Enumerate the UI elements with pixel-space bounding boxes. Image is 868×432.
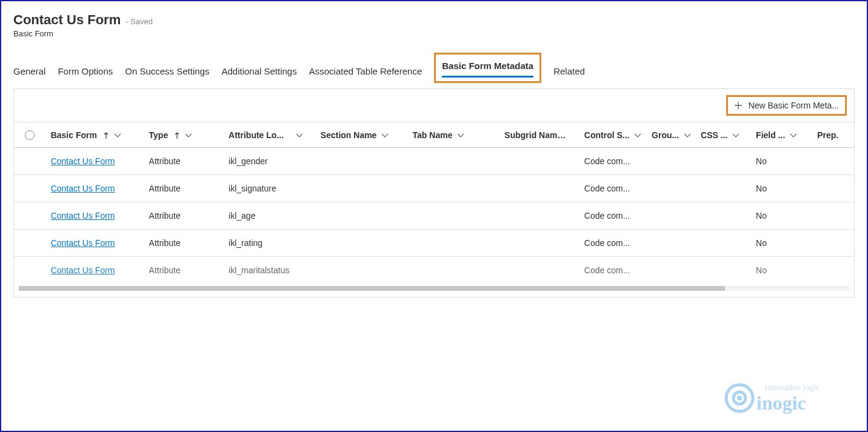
- column-group[interactable]: Grou...: [652, 122, 701, 148]
- scrollbar-thumb[interactable]: [19, 286, 725, 291]
- highlight-active-tab: Basic Form Metadata: [434, 53, 541, 83]
- cell-control: Code com...: [584, 230, 652, 257]
- cell-field: No: [756, 202, 817, 230]
- chevron-down-icon: [684, 130, 691, 140]
- tab-additional-settings[interactable]: Additional Settings: [221, 66, 296, 81]
- sort-ascending-icon: [103, 130, 109, 140]
- cell-type: Attribute: [149, 257, 229, 284]
- cell-control: Code com...: [584, 257, 652, 284]
- tab-bar: General Form Options On Success Settings…: [1, 42, 867, 81]
- table-row[interactable]: Contact Us Form Attribute ikl_signature …: [14, 175, 854, 202]
- cell-field: No: [756, 175, 817, 202]
- cell-control: Code com...: [584, 148, 652, 175]
- column-css[interactable]: CSS ...: [701, 122, 756, 148]
- chevron-down-icon: [567, 130, 574, 140]
- column-tab-name[interactable]: Tab Name: [413, 122, 505, 148]
- chevron-down-icon: [457, 130, 464, 140]
- column-section-name[interactable]: Section Name: [321, 122, 413, 148]
- column-control-style[interactable]: Control S...: [584, 122, 652, 148]
- table-row[interactable]: Contact Us Form Attribute ikl_gender Cod…: [14, 148, 854, 175]
- new-button-label: New Basic Form Meta...: [749, 101, 839, 110]
- basic-form-link[interactable]: Contact Us Form: [51, 184, 115, 193]
- tab-on-success-settings[interactable]: On Success Settings: [125, 66, 209, 81]
- column-select-all[interactable]: [14, 122, 51, 148]
- chevron-down-icon: [790, 130, 797, 140]
- saved-status: - Saved: [125, 17, 153, 26]
- highlight-new-button: New Basic Form Meta...: [726, 95, 847, 116]
- sort-ascending-icon: [174, 130, 180, 140]
- svg-text:innovative logic: innovative logic: [765, 383, 820, 392]
- new-basic-form-metadata-button[interactable]: New Basic Form Meta...: [728, 97, 845, 114]
- svg-point-2: [737, 396, 742, 400]
- cell-attribute: ikl_rating: [229, 230, 321, 257]
- cell-control: Code com...: [584, 175, 652, 202]
- tab-related[interactable]: Related: [553, 66, 585, 81]
- watermark-logo: innovative logic inogic: [723, 371, 856, 421]
- basic-form-link[interactable]: Contact Us Form: [51, 265, 115, 275]
- page-title: Contact Us Form: [13, 12, 121, 27]
- cell-type: Attribute: [149, 148, 229, 175]
- cell-attribute: ikl_age: [229, 202, 321, 230]
- chevron-down-icon: [732, 130, 739, 140]
- tab-associated-table-reference[interactable]: Associated Table Reference: [309, 66, 422, 81]
- tab-form-options[interactable]: Form Options: [58, 66, 113, 81]
- cell-type: Attribute: [149, 202, 229, 230]
- cell-control: Code com...: [584, 202, 652, 230]
- plus-icon: [734, 101, 743, 110]
- basic-form-link[interactable]: Contact Us Form: [51, 238, 115, 248]
- select-all-checkbox-icon: [25, 130, 35, 140]
- entity-name: Basic Form: [13, 29, 855, 38]
- cell-attribute: ikl_signature: [229, 175, 321, 202]
- cell-field: No: [756, 230, 817, 257]
- chevron-down-icon: [381, 130, 389, 140]
- basic-form-link[interactable]: Contact Us Form: [51, 156, 115, 166]
- column-prep[interactable]: Prep.: [817, 122, 854, 148]
- chevron-down-icon: [185, 130, 192, 140]
- tab-general[interactable]: General: [13, 66, 45, 81]
- cell-type: Attribute: [149, 230, 229, 257]
- cell-attribute: ikl_maritalstatus: [229, 257, 321, 284]
- cell-type: Attribute: [149, 175, 229, 202]
- chevron-down-icon: [634, 130, 641, 140]
- column-type[interactable]: Type: [149, 122, 229, 148]
- cell-field: No: [756, 148, 817, 175]
- column-field[interactable]: Field ...: [756, 122, 817, 148]
- metadata-grid: Basic Form Type Attribute Lo... S: [14, 122, 854, 284]
- horizontal-scrollbar[interactable]: [19, 286, 849, 291]
- basic-form-link[interactable]: Contact Us Form: [51, 211, 115, 221]
- table-row[interactable]: Contact Us Form Attribute ikl_maritalsta…: [14, 257, 854, 284]
- column-subgrid-name[interactable]: Subgrid Name: [504, 122, 584, 148]
- svg-text:inogic: inogic: [756, 392, 806, 414]
- cell-field: No: [756, 257, 817, 284]
- column-attribute-logical[interactable]: Attribute Lo...: [229, 122, 321, 148]
- chevron-down-icon: [114, 130, 121, 140]
- tab-basic-form-metadata[interactable]: Basic Form Metadata: [442, 61, 533, 78]
- column-basic-form[interactable]: Basic Form: [51, 122, 149, 148]
- subgrid-container: New Basic Form Meta...: [13, 88, 855, 297]
- subgrid-toolbar: New Basic Form Meta...: [14, 89, 854, 122]
- cell-attribute: ikl_gender: [229, 148, 321, 175]
- chevron-down-icon: [296, 130, 303, 140]
- table-row[interactable]: Contact Us Form Attribute ikl_age Code c…: [14, 202, 854, 230]
- table-row[interactable]: Contact Us Form Attribute ikl_rating Cod…: [14, 230, 854, 257]
